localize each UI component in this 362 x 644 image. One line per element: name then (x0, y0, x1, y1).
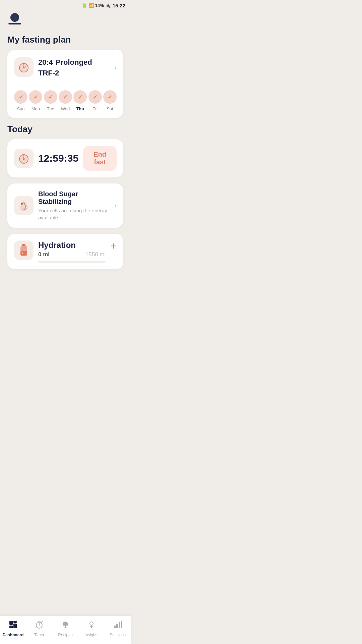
blood-sugar-title: Blood Sugar Stabilizing (38, 190, 110, 206)
nav-label-recipes: Recipes (58, 633, 72, 637)
wifi-icon: 📶 (88, 3, 94, 8)
alarm-icon: 🔋 (82, 3, 87, 8)
day-check-wed: ✓ (59, 90, 72, 104)
profile-icon[interactable] (7, 13, 22, 28)
hydration-current: 0 ml (38, 251, 50, 258)
day-label-thu: Thu (76, 106, 84, 111)
dashboard-icon (9, 620, 17, 631)
divider (7, 84, 123, 84)
status-icons: 🔋 📶 14% 🔌 (82, 3, 111, 8)
day-sun[interactable]: ✓ Sun (14, 90, 27, 111)
day-check-sun: ✓ (14, 90, 27, 104)
profile-line (8, 23, 21, 24)
nav-label-insights: Insights (84, 633, 98, 637)
today-title: Today (7, 124, 123, 135)
bottom-nav: Dashboard Timer Recipes (0, 616, 131, 644)
svg-rect-10 (9, 621, 13, 625)
end-fast-button[interactable]: End fast (83, 146, 117, 171)
day-label-wed: Wed (61, 106, 70, 111)
timer-row: 12:59:35 End fast (14, 146, 117, 171)
day-tue[interactable]: ✓ Tue (44, 90, 57, 111)
day-fri[interactable]: ✓ Fri (88, 90, 102, 111)
blood-sugar-card[interactable]: Blood Sugar Stabilizing Your cells are u… (7, 183, 123, 228)
day-label-tue: Tue (47, 106, 54, 111)
svg-rect-13 (13, 624, 17, 628)
svg-point-4 (21, 203, 23, 205)
nav-item-recipes[interactable]: Recipes (52, 620, 78, 637)
main-content: My fasting plan 20:4 Prolonged TRF-2 › (0, 10, 131, 309)
svg-rect-22 (121, 621, 122, 628)
hydration-info: Hydration 0 ml 1550 ml (38, 240, 106, 263)
hydration-target: 1550 ml (85, 251, 106, 258)
nav-label-timer: Timer (34, 633, 44, 637)
timer-nav-icon (35, 620, 44, 631)
svg-rect-9 (22, 253, 23, 254)
days-row: ✓ Sun ✓ Mon ✓ Tue ✓ Wed ✓ Thu ✓ Fri (14, 90, 117, 111)
nav-item-insights[interactable]: Insights (78, 620, 105, 637)
timer-display: 12:59:35 (38, 153, 78, 164)
day-check-tue: ✓ (44, 90, 57, 104)
hydration-title: Hydration (38, 240, 106, 250)
nav-label-statistics: Statistics (110, 633, 126, 637)
svg-rect-8 (22, 252, 23, 253)
hydration-add-button[interactable]: + (110, 240, 117, 251)
day-check-fri: ✓ (88, 90, 102, 104)
stopwatch-icon (14, 57, 34, 77)
day-thu[interactable]: ✓ Thu (73, 90, 87, 111)
blood-sugar-icon (14, 196, 34, 215)
day-check-thu: ✓ (73, 90, 87, 104)
day-wed[interactable]: ✓ Wed (59, 90, 72, 111)
profile-circle (10, 13, 19, 22)
blood-sugar-chevron-icon: › (114, 202, 117, 210)
day-sat[interactable]: ✓ Sat (103, 90, 117, 111)
blood-sugar-row: Blood Sugar Stabilizing Your cells are u… (14, 190, 117, 221)
svg-rect-5 (22, 244, 25, 246)
plan-header[interactable]: 20:4 Prolonged TRF-2 › (14, 56, 117, 78)
hydration-card: Hydration 0 ml 1550 ml + (7, 234, 123, 269)
nav-item-statistics[interactable]: Statistics (105, 620, 131, 637)
battery-percent: 14% (95, 3, 104, 8)
svg-rect-15 (63, 625, 68, 626)
hydration-icon (14, 240, 34, 260)
svg-point-1 (23, 67, 24, 68)
blood-sugar-subtitle: Your cells are using the energy availabl… (38, 207, 110, 221)
recipes-icon (61, 620, 70, 631)
svg-rect-20 (116, 624, 118, 628)
nav-label-dashboard: Dashboard (3, 633, 24, 637)
plan-chevron-icon: › (114, 63, 117, 71)
hydration-header: Hydration 0 ml 1550 ml + (14, 240, 117, 263)
fasting-plan-card: 20:4 Prolonged TRF-2 › ✓ Sun ✓ Mon ✓ Tue… (7, 50, 123, 118)
hydration-progress-bar (38, 261, 106, 263)
day-label-fri: Fri (93, 106, 98, 111)
blood-sugar-content: Blood Sugar Stabilizing Your cells are u… (38, 190, 110, 221)
insights-icon (87, 620, 96, 631)
svg-rect-16 (65, 626, 66, 628)
svg-rect-12 (9, 626, 13, 628)
svg-rect-11 (13, 621, 17, 623)
svg-point-3 (23, 158, 25, 160)
day-label-mon: Mon (32, 106, 40, 111)
svg-rect-7 (20, 251, 27, 256)
fasting-plan-title: My fasting plan (7, 35, 123, 45)
battery-icon: 🔌 (105, 3, 111, 8)
status-time: 15:22 (113, 3, 125, 8)
nav-item-dashboard[interactable]: Dashboard (0, 620, 26, 637)
svg-rect-21 (119, 622, 120, 628)
plan-name: 20:4 Prolonged TRF-2 (38, 56, 110, 78)
timer-card: 12:59:35 End fast (7, 139, 123, 177)
day-label-sun: Sun (17, 106, 24, 111)
statistics-icon (113, 620, 122, 631)
hydration-values: 0 ml 1550 ml (38, 251, 106, 258)
svg-rect-19 (114, 626, 116, 628)
day-label-sat: Sat (107, 106, 113, 111)
svg-point-18 (90, 622, 93, 625)
nav-item-timer[interactable]: Timer (26, 620, 52, 637)
status-bar: 🔋 📶 14% 🔌 15:22 (0, 0, 131, 10)
day-check-sat: ✓ (103, 90, 117, 104)
day-check-mon: ✓ (29, 90, 42, 104)
day-mon[interactable]: ✓ Mon (29, 90, 42, 111)
svg-rect-17 (64, 628, 67, 628)
timer-icon-box (14, 149, 34, 168)
